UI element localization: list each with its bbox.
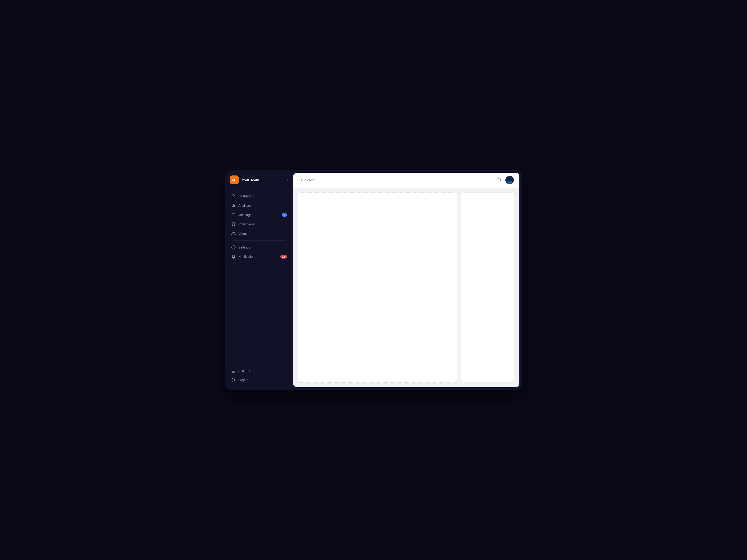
svg-point-6	[233, 370, 234, 371]
logout-icon	[231, 378, 235, 382]
app-shell: MJ Your Team › Dashboard	[225, 170, 522, 390]
main-card	[298, 192, 457, 383]
message-icon	[231, 213, 235, 217]
bar-chart-icon	[231, 204, 235, 208]
settings-icon	[231, 245, 235, 249]
search-input[interactable]	[305, 178, 494, 182]
sidebar-label-messages: Messages	[238, 213, 279, 217]
notification-bell-button[interactable]	[497, 178, 501, 183]
main-content	[293, 173, 519, 387]
sidebar-item-collections[interactable]: Collections	[228, 220, 290, 229]
bookmark-icon	[231, 222, 235, 226]
messages-badge: 6	[282, 213, 287, 217]
sidebar-label-notifications: Notifications	[238, 255, 278, 259]
team-header[interactable]: MJ Your Team ›	[225, 170, 293, 189]
search-icon	[299, 178, 302, 182]
sidebar-item-analytics[interactable]: Analitycs	[228, 201, 290, 210]
svg-point-3	[232, 232, 234, 233]
sidebar-item-dashboard[interactable]: Dashboard	[228, 192, 290, 201]
sidebar: MJ Your Team › Dashboard	[225, 170, 293, 390]
topbar	[293, 173, 519, 188]
home-icon	[231, 194, 235, 198]
team-avatar: MJ	[230, 176, 239, 184]
sidebar-label-logout: Logout	[238, 378, 287, 382]
sidebar-item-notifications[interactable]: Notifications 23	[228, 252, 290, 261]
sidebar-item-logout[interactable]: Logout	[228, 376, 290, 384]
sidebar-item-messages[interactable]: Messages 6	[228, 211, 290, 219]
bell-icon	[231, 255, 235, 259]
topbar-right	[497, 176, 514, 184]
chevron-right-icon: ›	[287, 178, 288, 182]
content-area	[293, 188, 519, 387]
sidebar-label-settings: Settings	[238, 245, 287, 249]
svg-point-4	[233, 247, 234, 248]
sidebar-label-collections: Collections	[238, 222, 287, 226]
sidebar-item-settings[interactable]: Settings	[228, 243, 290, 252]
account-icon	[231, 369, 235, 373]
sidebar-label-analytics: Analitycs	[238, 204, 287, 208]
users-icon	[231, 232, 235, 236]
sidebar-item-users[interactable]: Users	[228, 229, 290, 238]
user-avatar-image	[506, 176, 514, 184]
user-avatar[interactable]	[506, 176, 514, 184]
side-card	[461, 192, 515, 383]
sidebar-divider	[233, 240, 285, 241]
team-name: Your Team	[241, 178, 284, 182]
sidebar-nav: Dashboard Analitycs	[225, 189, 293, 366]
sidebar-bottom: Account Logout	[225, 366, 293, 385]
sidebar-item-account[interactable]: Account	[228, 366, 290, 375]
sidebar-label-account: Account	[238, 369, 287, 373]
notifications-badge: 23	[280, 255, 287, 259]
svg-line-9	[301, 181, 302, 182]
sidebar-label-users: Users	[238, 232, 287, 235]
sidebar-label-dashboard: Dashboard	[238, 194, 287, 198]
